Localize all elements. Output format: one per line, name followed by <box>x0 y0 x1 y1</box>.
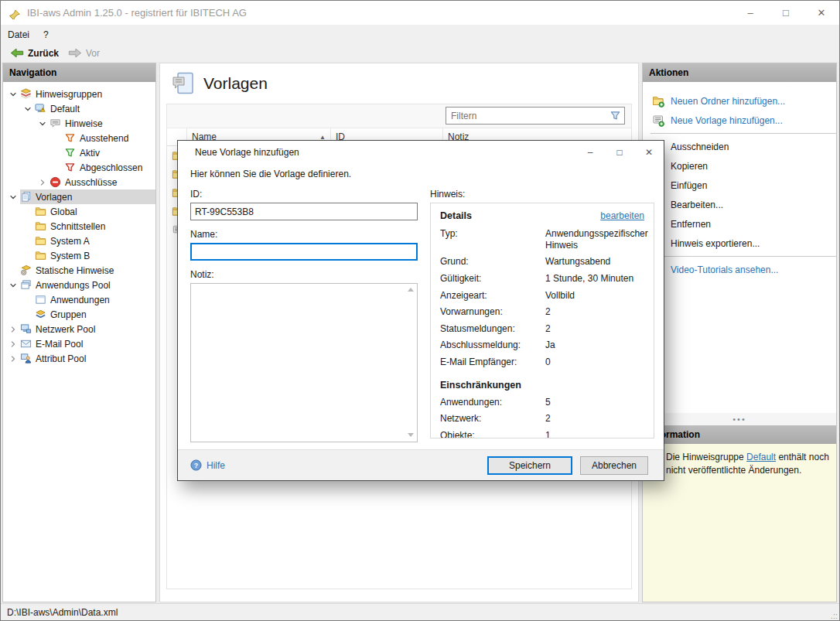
panel-splitter[interactable]: ••• <box>643 413 836 425</box>
nav-item-label: Gruppen <box>50 309 87 320</box>
chevron-right-icon[interactable] <box>6 338 20 350</box>
scroll-down-icon[interactable] <box>408 433 414 437</box>
chevron-right-icon[interactable] <box>36 176 50 189</box>
detail-label: Gültigkeit: <box>440 273 545 285</box>
vorlagen-icon <box>20 191 32 203</box>
filter-funnel-icon[interactable] <box>610 110 621 121</box>
action-export-hinweis[interactable]: Hinweis exportieren... <box>643 234 836 253</box>
tree-indent <box>21 235 35 247</box>
cancel-button[interactable]: Abbrechen <box>580 456 648 475</box>
chevron-down-icon[interactable] <box>36 118 50 130</box>
name-field[interactable] <box>190 243 418 261</box>
chevron-down-icon[interactable] <box>6 88 20 101</box>
action-remove[interactable]: Entfernen <box>643 214 836 234</box>
nav-item-netzwerk-pool[interactable]: Netzwerk Pool <box>3 322 155 336</box>
back-button[interactable]: Zurück <box>5 44 63 62</box>
action-copy[interactable]: Kopieren <box>643 156 836 176</box>
nav-item-system-b[interactable]: System B <box>3 248 155 263</box>
back-label: Zurück <box>28 48 59 59</box>
chevron-down-icon[interactable] <box>21 103 35 115</box>
action-paste[interactable]: Einfügen <box>643 176 836 195</box>
tree-indent <box>50 147 64 159</box>
nav-item-system-a[interactable]: System A <box>3 234 155 248</box>
action-label: Neue Vorlage hinzufügen... <box>671 115 783 126</box>
detail-value: 2 <box>545 323 648 335</box>
window-controls: – □ ✕ <box>732 1 839 25</box>
nav-item-aktiv[interactable]: Aktiv <box>3 145 155 160</box>
help-label: Hilfe <box>207 460 225 471</box>
dialog-controls: – □ ✕ <box>575 141 664 163</box>
nav-item-anwendungen[interactable]: Anwendungen <box>3 292 155 307</box>
details-heading-row: Details bearbeiten <box>440 210 644 221</box>
filter-input[interactable] <box>446 111 610 121</box>
save-button[interactable]: Speichern <box>487 456 572 475</box>
action-new-vorlage[interactable]: Neue Vorlage hinzufügen... <box>643 111 836 130</box>
chevron-right-icon[interactable] <box>6 323 20 336</box>
menu-datei[interactable]: Datei <box>1 25 36 44</box>
action-label: Neuen Ordner hinzufügen... <box>671 96 785 107</box>
dialog-subtitle: Hier können Sie die Vorlage definieren. <box>190 169 351 179</box>
detail-value: 5 <box>545 397 644 408</box>
dialog-maximize-icon[interactable]: □ <box>605 141 634 163</box>
help-button[interactable]: ? Hilfe <box>190 459 225 471</box>
nav-item-hinweisgruppen[interactable]: Hinweisgruppen <box>3 87 155 101</box>
chevron-down-icon[interactable] <box>6 279 20 292</box>
detail-label: Anzeigeart: <box>440 290 545 302</box>
nav-item-default[interactable]: Default <box>3 101 155 116</box>
menu-help[interactable]: ? <box>36 25 56 44</box>
actions-separator <box>650 256 836 257</box>
detail-value: 0 <box>545 357 648 368</box>
nav-item-statische-hinweise[interactable]: Statische Hinweise <box>3 263 155 278</box>
minimize-icon[interactable]: – <box>732 1 768 25</box>
folder-icon <box>35 220 46 232</box>
nav-item-abgeschlossen[interactable]: Abgeschlossen <box>3 160 155 175</box>
dialog-title: Neue Vorlage hinzufügen <box>195 147 299 158</box>
nav-item-ausstehend[interactable]: Ausstehend <box>3 131 155 145</box>
id-label: ID: <box>190 189 418 200</box>
nav-item-vorlagen[interactable]: Vorlagen <box>3 189 155 204</box>
detail-label: Grund: <box>440 256 545 268</box>
id-field[interactable] <box>190 203 418 220</box>
chevron-right-icon[interactable] <box>6 353 20 365</box>
navigation-header: Navigation <box>3 63 155 82</box>
nav-item-label: Aktiv <box>80 148 100 159</box>
statische-hinweise-icon <box>20 264 32 276</box>
detail-label: Typ: <box>440 228 545 251</box>
action-video-tutorials[interactable]: Video-Tutorials ansehen... <box>643 260 836 279</box>
nav-item-attribut-pool[interactable]: Attribut Pool <box>3 351 155 366</box>
nav-item-anwendungs-pool[interactable]: Anwendungs Pool <box>3 278 155 292</box>
tree-indent <box>21 250 35 262</box>
action-edit[interactable]: Bearbeiten... <box>643 195 836 214</box>
action-label: Hinweis exportieren... <box>671 238 760 249</box>
action-new-folder[interactable]: Neuen Ordner hinzufügen... <box>643 91 836 111</box>
nav-item-schnittstellen[interactable]: Schnittstellen <box>3 219 155 234</box>
detail-value: Ja <box>545 340 648 351</box>
chevron-down-icon[interactable] <box>6 191 20 203</box>
resize-grip-icon[interactable]: .:: <box>831 611 838 620</box>
email-pool-icon <box>20 338 32 350</box>
dialog-minimize-icon[interactable]: – <box>575 141 605 163</box>
nav-item-email-pool[interactable]: E-Mail Pool <box>3 336 155 351</box>
scroll-up-icon[interactable] <box>408 288 414 292</box>
list-toolbar <box>167 104 631 128</box>
detail-label: Anwendungen: <box>440 397 545 408</box>
title-bar: IBI-aws Admin 1.25.0 - registriert für I… <box>1 1 839 25</box>
nav-item-gruppen[interactable]: Gruppen <box>3 307 155 322</box>
notiz-field[interactable] <box>190 283 418 442</box>
forward-label: Vor <box>86 48 100 59</box>
nav-item-hinweise[interactable]: Hinweise <box>3 116 155 131</box>
filter-red-icon <box>64 162 76 173</box>
notiz-field-wrap <box>190 283 418 445</box>
app-icon <box>9 7 21 19</box>
nav-item-ausschluesse[interactable]: Ausschlüsse <box>3 175 155 189</box>
attribut-pool-icon <box>20 353 32 364</box>
nav-item-global[interactable]: Global <box>3 204 155 219</box>
forward-button[interactable]: Vor <box>63 44 104 62</box>
default-group-link[interactable]: Default <box>746 452 776 462</box>
dialog-close-icon[interactable]: ✕ <box>634 141 664 163</box>
detail-value: 1 <box>545 430 644 438</box>
bearbeiten-link[interactable]: bearbeiten <box>600 210 644 221</box>
maximize-icon[interactable]: □ <box>768 1 804 25</box>
action-cut[interactable]: Ausschneiden <box>643 137 836 156</box>
close-icon[interactable]: ✕ <box>804 1 839 25</box>
